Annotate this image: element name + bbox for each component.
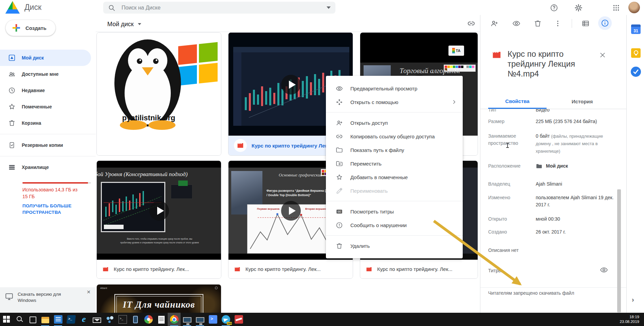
taskbar-terminal[interactable] [116,313,129,326]
menu-item-copy-link[interactable]: Копировать ссылку общего доступа [326,130,463,143]
keep-icon[interactable] [631,48,641,58]
details-button[interactable] [598,16,612,30]
file-card-footer[interactable]: Курс по крипто трейдингу. Лек... [360,260,478,278]
sidebar-item-my-drive[interactable]: Мой диск [0,50,91,66]
channel-logo: TA [448,46,464,56]
sidebar-item-label: Доступные мне [22,71,58,77]
menu-item-report[interactable]: Сообщить о нарушении [326,218,463,232]
taskbar-powershell[interactable] [65,313,77,326]
restriction-divider [480,287,626,288]
delete-button[interactable] [533,18,543,29]
sidebar-item-starred[interactable]: Помеченные [0,99,91,115]
file-title: Курс по крипто трейдингу. Лек... [114,266,189,272]
menu-item-delete[interactable]: Удалить [326,239,463,253]
captions-eye-icon[interactable] [600,266,608,274]
search-options-caret-icon[interactable] [327,6,331,9]
taskbar-people[interactable] [103,313,116,326]
taskbar-computer-2[interactable] [194,313,206,326]
apps-grid-button[interactable] [611,3,621,13]
menu-item-preview[interactable]: Предварительный просмотр [326,82,463,95]
taskbar-store-app[interactable] [52,313,65,326]
menu-item-share[interactable]: Открыть доступ [326,116,463,130]
sidebar-item-label: Хранилище [22,165,49,170]
file-card-footer[interactable]: Курс по крипто трейдингу. Лек... [228,260,353,278]
drive-logo[interactable]: Диск [5,1,41,14]
taskbar-notes[interactable] [155,313,168,326]
search-input[interactable] [121,4,321,11]
download-app-banner: Скачать версию для Windows ✕ [0,287,95,313]
buy-storage-link[interactable]: ПОЛУЧИТЬ БОЛЬШЕ ПРОСТРАНСТВА [22,203,72,216]
menu-item-show-location[interactable]: Показать путь к файлу [326,143,463,157]
file-card-footer[interactable]: Курс по крипто трейдингу. Лек... [97,260,221,278]
toolbar-divider [91,32,480,32]
get-link-button[interactable] [466,18,476,29]
file-card-breakout-video[interactable]: бой Уровня (Консервативный подход) [96,160,221,279]
sidebar-item-shared-with-me[interactable]: Доступные мне [0,66,91,82]
tab-properties[interactable]: Свойства [488,94,547,109]
video-file-icon [366,266,372,272]
sidebar-item-recent[interactable]: Недавние [0,82,91,99]
list-view-button[interactable] [581,18,591,29]
preview-button[interactable] [511,18,521,29]
search-bar[interactable] [103,2,335,14]
file-card-penguin-image[interactable]: pyatilistnik.org [96,32,221,156]
panel-scrollbar[interactable] [617,189,621,312]
menu-item-open-with[interactable]: Открыть с помощью [326,95,463,109]
sidebar-item-backups[interactable]: Резервные копии [0,137,91,153]
help-button[interactable] [549,3,559,13]
taskbar-paint[interactable] [142,313,155,326]
taskbar-telegram[interactable]: 349 [219,313,232,326]
taskbar-internet-explorer[interactable]: e [77,313,90,326]
detail-row-size: Размер 225 МБ (235 576 244 байта) [488,118,621,125]
trash-icon [534,19,542,28]
open-with-icon [335,98,343,106]
taskbar-computer-1[interactable] [181,313,194,326]
more-actions-button[interactable] [553,18,563,29]
detail-row-location: Расположение Мой диск [488,162,621,170]
breadcrumb[interactable]: Мой диск [107,19,141,29]
menu-item-move[interactable]: Переместить [326,157,463,170]
banner-close-icon[interactable]: ✕ [87,289,91,295]
panel-tabs: Свойства История [480,94,626,109]
taskbar-task-view-button[interactable] [26,313,39,326]
video-file-icon [234,266,241,272]
tab-history[interactable]: История [555,94,609,109]
sidebar-item-label: Недавние [22,88,45,93]
file-title: Курс по крипто трейдингу. Лек... [245,266,321,272]
google-drive-screen: Диск [0,0,644,326]
taskbar-powershell-blue[interactable] [206,313,219,326]
trash-icon [8,119,16,127]
create-button[interactable]: Создать [5,20,56,36]
play-button[interactable] [281,201,301,221]
slide-inset [171,185,192,199]
share-button[interactable] [489,18,499,29]
sidebar-divider [0,134,96,134]
location-chip[interactable]: Мой диск [546,162,568,170]
no-description-text[interactable]: Описания нет [488,247,519,253]
people-icon [106,315,114,324]
taskbar-clock[interactable]: 18:19 23.08.2019 [620,313,644,326]
sidebar-item-storage[interactable]: Хранилище [0,159,91,175]
taskbar-chrome[interactable] [168,313,181,326]
play-button[interactable] [281,75,301,95]
settings-button[interactable] [573,3,584,13]
taskbar-phone[interactable] [129,313,142,326]
tasks-icon[interactable] [631,67,641,77]
taskbar-security[interactable] [232,313,245,326]
menu-item-captions[interactable]: CC Посмотреть титры [326,205,463,218]
paint-icon [144,315,153,324]
link-icon [335,133,343,140]
video-file-icon [234,139,247,152]
user-avatar[interactable] [628,2,640,13]
collapse-chevron-icon[interactable]: › [632,296,634,304]
my-drive-icon [8,54,16,62]
calendar-icon[interactable]: 31 [631,24,641,34]
taskbar-file-explorer[interactable] [39,313,52,326]
menu-item-add-star[interactable]: Добавить в помеченные [326,170,463,184]
taskbar-mail[interactable] [90,313,103,326]
sidebar-item-trash[interactable]: Корзина [0,115,91,131]
taskbar-search-button[interactable] [13,313,26,326]
play-button[interactable] [149,201,169,221]
taskbar-start-button[interactable] [0,313,13,326]
close-icon[interactable] [599,52,606,58]
